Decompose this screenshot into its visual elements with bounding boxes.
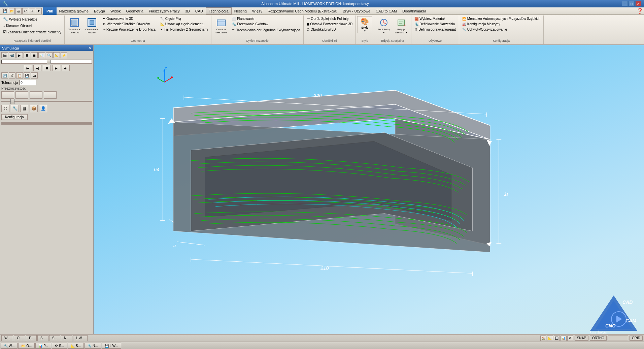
ortho-indicator[interactable]: ORTHO: [590, 336, 607, 341]
btn-otwarte-kieszenie[interactable]: Otwarte kieszenie: [213, 16, 230, 35]
sim-close[interactable]: ✕: [88, 46, 91, 50]
btn-zaznacz-odznacz[interactable]: ☑ Zaznacz/Odznacz otwarte elementy: [1, 29, 63, 35]
btn-obr-splejn[interactable]: 〰 Obrób Splejn lub Polilinię: [305, 16, 354, 21]
btn-reczne-prowadzenie[interactable]: ✏ Ręczne Prowadzenie Drogi Narz.: [101, 27, 158, 32]
sim-stop[interactable]: ⏹: [43, 65, 51, 71]
btn-ciecie-pila[interactable]: 🔪 Cięcie Piłą: [159, 16, 210, 21]
sim-btn-2[interactable]: 📹: [9, 52, 15, 58]
menu-bryly[interactable]: Bryły - Użytkowe: [340, 7, 373, 14]
task-btn-7[interactable]: 💾 L W...: [102, 343, 121, 349]
qa-redo[interactable]: ↪: [29, 8, 35, 14]
sim-btn-9[interactable]: ⚡: [61, 52, 67, 58]
task-btn-1[interactable]: 🔧 W...: [1, 343, 18, 349]
sim-btn-5[interactable]: ⏹: [31, 52, 38, 58]
menu-plaszczyzny[interactable]: Płaszczyzny Pracy: [146, 7, 182, 14]
tab-p[interactable]: P...: [26, 335, 37, 341]
tab-lw[interactable]: L W...: [73, 335, 88, 341]
tab-o[interactable]: O...: [14, 335, 25, 341]
trans-btn-1[interactable]: [1, 91, 14, 99]
menu-edycja[interactable]: Edycja: [91, 7, 108, 14]
tab-s1[interactable]: S...: [37, 335, 48, 341]
task-btn-6[interactable]: 🔩 N...: [84, 343, 101, 349]
menu-dodatki[interactable]: Dodatki/makra: [400, 7, 429, 14]
close-button[interactable]: ✕: [635, 1, 641, 6]
sim-progress-slider[interactable]: [1, 60, 92, 64]
sim-btn-1[interactable]: 🎬: [1, 52, 8, 58]
sim-next[interactable]: ▶: [52, 65, 60, 71]
sim-icon-c[interactable]: 📋: [16, 72, 23, 78]
qa-undo[interactable]: ↩: [22, 8, 28, 14]
snap-indicator[interactable]: SNAP: [575, 336, 588, 341]
btn-style[interactable]: 🎨 Style ▼: [357, 16, 372, 33]
sim-btn-6[interactable]: 📊: [38, 52, 45, 58]
status-icon-4[interactable]: 📊: [561, 336, 567, 341]
btn-wiercenie[interactable]: ⚙ Wiercenie/Obróbka Otworów: [101, 22, 158, 27]
sim-btn-7[interactable]: 🔍: [46, 52, 53, 58]
btn-obrobka-konturow[interactable]: Obróbka Konturów: [66, 16, 83, 35]
minimize-button[interactable]: ─: [622, 1, 628, 6]
viewport-3d[interactable]: Z: [94, 45, 644, 334]
status-icon-2[interactable]: 📐: [547, 336, 553, 341]
trans-btn-2[interactable]: [15, 91, 28, 99]
btn-grawerowanie[interactable]: ✒ Grawerowanie 3D: [101, 16, 158, 21]
sim-icon-b[interactable]: ↺: [9, 72, 15, 78]
menu-rozpoznawanie[interactable]: Rozpoznawanie Cech Modelu (Ekstrakcja): [265, 7, 340, 14]
tolerance-input[interactable]: [20, 80, 36, 85]
btn-definiowanie-narzedzia[interactable]: 🔩 Definiowanie Narzędzia: [413, 22, 457, 27]
sim-btn-4[interactable]: ⏸: [24, 52, 30, 58]
qa-print[interactable]: 🖨: [15, 8, 22, 14]
btn-obrobka-kieszeni[interactable]: Obróbka Kieszeni: [83, 16, 100, 35]
btn-tnij-pomiedzy[interactable]: ✂ Tnij Pomiędzy 2 Geometriami: [159, 27, 210, 32]
status-icon-1[interactable]: 🏠: [540, 336, 546, 341]
task-btn-2[interactable]: 📂 O...: [18, 343, 35, 349]
tab-w[interactable]: W...: [1, 335, 13, 341]
btn-frezowanie-gwintow[interactable]: 🔩 Frezowanie Gwintów: [230, 22, 302, 27]
sim-icon-person[interactable]: 👤: [39, 105, 47, 112]
sim-prev-prev[interactable]: ⏮: [24, 65, 32, 71]
menu-narzedzia[interactable]: Narzędzia główne: [57, 7, 91, 14]
qa-save[interactable]: 💾: [2, 8, 8, 14]
sim-icon-obj[interactable]: 📦: [30, 105, 38, 112]
btn-wybierz-narzedzie[interactable]: 🔧 Wybierz Narzędzie: [1, 16, 63, 22]
sim-icon-shape[interactable]: ⬡: [1, 105, 9, 112]
grid-indicator[interactable]: GRID: [630, 336, 643, 341]
sim-btn-3[interactable]: ▶: [16, 52, 23, 58]
trans-btn-4[interactable]: [44, 91, 57, 99]
trans-btn-3[interactable]: [30, 91, 42, 99]
status-icon-5[interactable]: ⚙: [567, 336, 573, 341]
sim-btn-8[interactable]: 📐: [53, 52, 60, 58]
sim-next-next[interactable]: ⏭: [62, 65, 70, 71]
btn-planowanie[interactable]: ⬜ Planowanie: [230, 16, 302, 21]
tab-n[interactable]: N...: [61, 335, 72, 341]
task-btn-3[interactable]: 📊 P...: [35, 343, 51, 349]
btn-wybierz-material[interactable]: 🧱 Wybierz Materiał: [413, 16, 457, 21]
sim-prev[interactable]: ◀: [33, 65, 41, 71]
help-icon[interactable]: ❓: [637, 8, 643, 14]
menu-technologia[interactable]: Technologia: [206, 7, 232, 14]
task-btn-4[interactable]: ⚙ S...: [52, 343, 67, 349]
menu-nesting[interactable]: Nesting: [232, 7, 249, 14]
btn-obr-powierzchniowe[interactable]: ◼ Obróbki Powierzchniowe 3D: [305, 22, 354, 27]
btn-edycja-obrobki[interactable]: Edycja Obróbki ▼: [393, 16, 410, 35]
btn-menadzer-przejazdow[interactable]: 🔀 Menadzer Automatycznych Przejazdów Szy…: [461, 16, 542, 21]
menu-geometria[interactable]: Geometria: [124, 7, 146, 14]
tab-s2[interactable]: S...: [49, 335, 60, 341]
menu-wiezy[interactable]: Więzy: [249, 7, 265, 14]
menu-widok[interactable]: Widok: [108, 7, 124, 14]
btn-uchwyty[interactable]: 🔧 Uchwyty/Oprzyrządowanie: [461, 27, 542, 32]
menu-plik[interactable]: Plik: [43, 7, 57, 15]
config-button[interactable]: Konfiguracja: [1, 114, 28, 120]
btn-kierunek-obrobki[interactable]: ↕ Kierunek Obróbki: [1, 23, 63, 29]
btn-tool-entry[interactable]: Tool Entry ▼: [375, 16, 392, 35]
task-btn-5[interactable]: 📐 S...: [68, 343, 84, 349]
menu-cad[interactable]: CAD: [193, 7, 206, 14]
status-icon-3[interactable]: 🔲: [554, 336, 560, 341]
menu-3d[interactable]: 3D: [182, 7, 193, 14]
btn-ustaw-kat[interactable]: 📐 Ustaw kąt cięcia elementu: [159, 22, 210, 27]
maximize-button[interactable]: □: [629, 1, 635, 6]
btn-definiuj-oprawke[interactable]: ⚙ Definiuj oprawkę/agregat: [413, 27, 457, 32]
sim-icon-tool[interactable]: 🔧: [11, 105, 19, 112]
menu-cadtocam[interactable]: CAD to CAM: [373, 7, 400, 14]
btn-konfiguracja-maszyny[interactable]: 🏭 Konfiguracja Maszyny: [461, 22, 542, 27]
qa-dropdown[interactable]: ▼: [36, 8, 42, 14]
